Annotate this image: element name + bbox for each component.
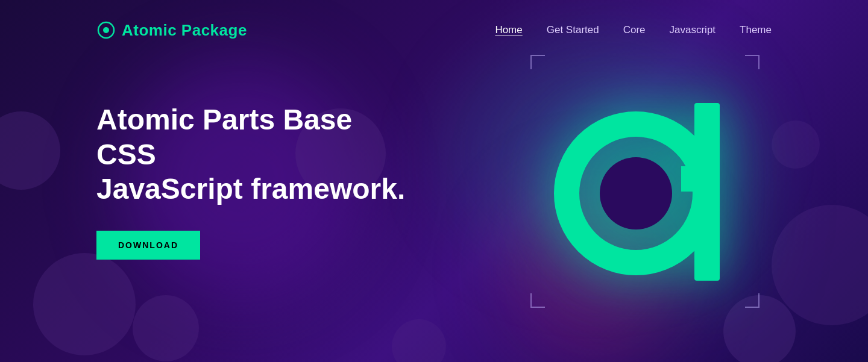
logo-link[interactable]: Atomic Package — [96, 20, 247, 40]
nav-item-home[interactable]: Home — [495, 24, 522, 36]
nav-item-theme[interactable]: Theme — [740, 24, 772, 36]
nav-item-javascript[interactable]: Javascript — [670, 24, 716, 36]
hero-title-line1: Atomic Parts Base CSS — [96, 104, 352, 170]
hero-title-line2: JavaScript framework. — [96, 173, 405, 205]
main-nav: Home Get Started Core Javascript Theme — [495, 24, 772, 36]
nav-item-core[interactable]: Core — [623, 24, 646, 36]
svg-rect-5 — [681, 166, 720, 192]
svg-rect-4 — [694, 103, 720, 281]
download-button[interactable]: DOWNLOAD — [96, 231, 200, 260]
header: Atomic Package Home Get Started Core Jav… — [0, 0, 868, 60]
svg-point-1 — [103, 27, 109, 33]
hero-text-block: Atomic Parts Base CSS JavaScript framewo… — [96, 102, 410, 260]
hero-visual — [530, 55, 760, 308]
nav-item-get-started[interactable]: Get Started — [547, 24, 599, 36]
svg-point-3 — [600, 157, 672, 229]
atomic-logo-icon — [96, 20, 116, 40]
logo-text: Atomic Package — [122, 21, 247, 40]
hero-title: Atomic Parts Base CSS JavaScript framewo… — [96, 102, 410, 207]
page-wrapper: Atomic Package Home Get Started Core Jav… — [0, 0, 868, 362]
hero-logo-svg — [542, 67, 747, 296]
